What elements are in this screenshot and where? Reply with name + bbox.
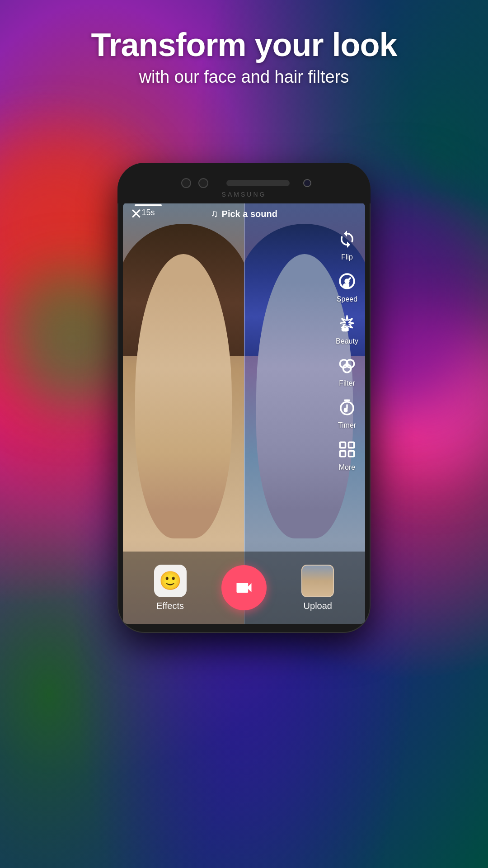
- record-icon: [234, 578, 254, 598]
- front-camera-dot-2: [198, 178, 208, 188]
- header-subtitle: with our face and hair filters: [0, 67, 488, 87]
- upload-label: Upload: [304, 601, 332, 611]
- bottom-bar: 🙂 Effects Up: [123, 552, 365, 624]
- selfie-camera: [303, 179, 311, 187]
- record-button[interactable]: [221, 565, 267, 610]
- face-normal: [123, 224, 244, 603]
- screen-top-bar: 15s ✕ ♫ Pick a sound: [123, 203, 365, 225]
- svg-text:ON: ON: [344, 284, 349, 287]
- flip-icon: [335, 227, 359, 251]
- timer-bar: [135, 204, 162, 206]
- svg-text:3: 3: [345, 408, 347, 412]
- filter-icon: [335, 354, 359, 377]
- flip-control[interactable]: Flip: [335, 227, 359, 261]
- music-icon: ♫: [211, 208, 218, 220]
- beauty-icon-wrapper: OFF: [335, 311, 359, 335]
- svg-text:OFF: OFF: [343, 328, 348, 331]
- phone-top-bar: SAMSUNG: [117, 163, 371, 203]
- effects-icon: 🙂: [154, 565, 187, 597]
- timer-label: Timer: [338, 421, 356, 429]
- flip-label: Flip: [341, 253, 353, 261]
- beauty-icon: OFF: [335, 311, 359, 335]
- timer-control[interactable]: 3 Timer: [335, 396, 359, 429]
- header: Transform your look with our face and ha…: [0, 27, 488, 87]
- beauty-label: Beauty: [336, 337, 358, 345]
- speed-label: Speed: [337, 295, 357, 303]
- svg-rect-11: [340, 451, 345, 457]
- svg-rect-12: [349, 451, 354, 457]
- svg-rect-10: [349, 442, 354, 448]
- speed-icon-wrapper: ON: [335, 269, 359, 293]
- sound-label: Pick a sound: [222, 209, 277, 219]
- timer-icon: 3: [335, 396, 359, 419]
- effects-label: Effects: [156, 601, 184, 611]
- timer-value: 15s: [141, 208, 155, 217]
- header-title: Transform your look: [0, 27, 488, 63]
- more-icon: [335, 438, 359, 461]
- phone-camera-right: [303, 179, 311, 187]
- speed-control[interactable]: ON Speed: [335, 269, 359, 303]
- filter-control[interactable]: Filter: [335, 354, 359, 387]
- pick-sound-button[interactable]: ♫ Pick a sound: [211, 208, 277, 220]
- beauty-control[interactable]: OFF Beauty: [335, 311, 359, 345]
- brand-label: SAMSUNG: [222, 191, 267, 198]
- upload-thumbnail: [301, 565, 334, 597]
- phone-speaker: [226, 180, 290, 186]
- phone-frame: SAMSUNG: [117, 163, 371, 633]
- skin-normal: [135, 254, 232, 538]
- camera-view: 15s ✕ ♫ Pick a sound: [123, 203, 365, 624]
- phone-container: SAMSUNG: [117, 163, 371, 633]
- upload-button[interactable]: Upload: [301, 565, 334, 611]
- more-label: More: [339, 463, 355, 472]
- right-controls: Flip ON: [335, 227, 359, 472]
- svg-point-1: [346, 280, 349, 283]
- timer-indicator: 15s: [135, 203, 162, 217]
- effects-button[interactable]: 🙂 Effects: [154, 565, 187, 611]
- svg-rect-9: [340, 442, 345, 448]
- speed-icon: ON: [335, 269, 359, 293]
- more-control[interactable]: More: [335, 438, 359, 472]
- filter-label: Filter: [339, 379, 355, 387]
- upload-thumb-image: [302, 566, 333, 596]
- phone-cameras: [181, 178, 208, 188]
- phone-screen: 15s ✕ ♫ Pick a sound: [123, 203, 365, 624]
- front-camera-dot-1: [181, 178, 191, 188]
